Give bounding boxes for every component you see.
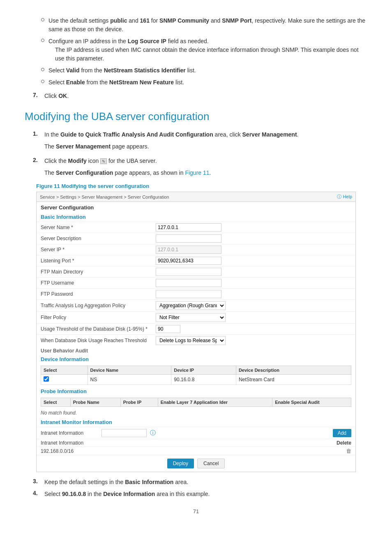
value-server-ip[interactable] bbox=[156, 246, 221, 254]
bullet-text-3: Select Valid from the NetStream Statisti… bbox=[48, 66, 196, 75]
bold-public: public bbox=[110, 17, 127, 24]
bold-ok: OK bbox=[58, 93, 67, 99]
label-db-threshold: When Database Disk Usage Reaches Thresho… bbox=[41, 338, 156, 343]
device-col-ip: Device IP bbox=[171, 366, 236, 375]
probe-col-name: Probe Name bbox=[70, 398, 120, 407]
bullet-item-1: Use the default settings public and 161 … bbox=[41, 16, 367, 34]
probe-col-select: Select bbox=[41, 398, 71, 407]
step-3-content: Keep the default settings in the Basic I… bbox=[44, 478, 188, 487]
bullet-subtext-2: The IP address is used when IMC cannot o… bbox=[55, 46, 367, 63]
form-row-usage-threshold: Usage Threshold of the Database Disk (1-… bbox=[37, 323, 355, 334]
server-config-box: Service > Settings > Server Management >… bbox=[36, 192, 356, 472]
label-listening-port: Listening Port * bbox=[41, 258, 156, 264]
add-button[interactable]: Add bbox=[333, 429, 351, 437]
intranet-input[interactable] bbox=[101, 429, 147, 437]
step-1-main: 1. In the Guide to Quick Traffic Analysi… bbox=[33, 130, 367, 139]
form-row-filter-policy: Filter Policy Not Filter bbox=[37, 311, 355, 323]
step-1-num: 1. bbox=[33, 130, 44, 137]
form-row-db-threshold: When Database Disk Usage Reaches Thresho… bbox=[37, 334, 355, 346]
bullet-text-4: Select Enable from the NetStream New Fea… bbox=[48, 78, 184, 87]
bold-snmp-port: SNMP Port bbox=[222, 17, 251, 24]
value-ftp-user[interactable] bbox=[156, 279, 221, 287]
value-server-desc[interactable] bbox=[156, 234, 221, 243]
step-3-num: 3. bbox=[33, 478, 44, 484]
input-ftp-user[interactable] bbox=[156, 279, 221, 287]
step-7-num: 7. bbox=[33, 92, 44, 98]
select-db-threshold[interactable]: Delete Logs to Release Space bbox=[156, 336, 226, 345]
device-table: Select Device Name Device IP Device Desc… bbox=[41, 366, 351, 385]
bold-netstream-new-feature: NetStream New Feature bbox=[109, 79, 174, 86]
scb-title: Server Configuration bbox=[37, 202, 355, 212]
step-1-content: In the Guide to Quick Traffic Analysis A… bbox=[44, 130, 298, 139]
probe-col-layer7: Enable Layer 7 Application Ider bbox=[158, 398, 272, 407]
bold-161: 161 bbox=[140, 17, 150, 24]
device-col-name: Device Name bbox=[88, 366, 171, 375]
modify-icon: ✎ bbox=[100, 158, 107, 164]
probe-table: Select Probe Name Probe IP Enable Layer … bbox=[41, 398, 351, 407]
intranet-input-label: Intranet Information bbox=[41, 430, 98, 436]
step-4-num: 4. bbox=[33, 490, 44, 496]
intranet-data-value: 192.168.0.0/16 bbox=[41, 448, 98, 454]
value-listening-port[interactable] bbox=[156, 257, 221, 265]
intranet-input-row: Intranet Information ⓘ Add bbox=[37, 427, 355, 439]
input-listening-port[interactable] bbox=[156, 257, 221, 265]
help-link[interactable]: ⓘ Help bbox=[337, 194, 352, 200]
value-filter-policy[interactable]: Not Filter bbox=[156, 313, 226, 322]
bullet-item-3: Select Valid from the NetStream Statisti… bbox=[41, 66, 367, 75]
input-usage-threshold[interactable] bbox=[156, 325, 180, 333]
form-row-ftp-pass: FTP Password bbox=[37, 288, 355, 299]
input-server-name[interactable] bbox=[156, 223, 221, 232]
figure-caption: Figure 11 Modifying the server configura… bbox=[36, 183, 367, 189]
value-ftp-pass[interactable] bbox=[156, 290, 221, 298]
bold-server-config: Server Configuration bbox=[56, 169, 113, 176]
device-table-row: NS 90.16.0.8 NetStream Card bbox=[41, 375, 351, 385]
value-traffic-policy[interactable]: Aggregation (Rough Granularit bbox=[156, 301, 226, 310]
value-ftp-dir[interactable] bbox=[156, 268, 221, 276]
intranet-monitor-label: Intranet Monitor Information bbox=[37, 417, 355, 427]
select-traffic-policy[interactable]: Aggregation (Rough Granularit bbox=[156, 301, 226, 310]
intranet-data-header: Intranet Information Delete bbox=[37, 439, 355, 447]
uba-label: User Behavior Audit bbox=[37, 346, 355, 355]
info-icon: ⓘ bbox=[150, 429, 156, 437]
bold-netstream-stats: NetStream Statistics Identifier bbox=[104, 67, 186, 74]
intranet-delete-header: Delete bbox=[337, 440, 351, 446]
cancel-button[interactable]: Cancel bbox=[197, 459, 225, 468]
page-number: 71 bbox=[25, 508, 367, 514]
bullet-list: Use the default settings public and 161 … bbox=[41, 16, 367, 87]
step-2-main: 2. Click the Modify icon ✎ for the UBA s… bbox=[33, 157, 367, 165]
value-usage-threshold[interactable] bbox=[156, 325, 180, 333]
label-server-ip: Server IP * bbox=[41, 247, 156, 253]
select-filter-policy[interactable]: Not Filter bbox=[156, 313, 226, 322]
device-info-label: Device Information bbox=[37, 355, 355, 364]
label-server-name: Server Name * bbox=[41, 225, 156, 230]
breadcrumb: Service > Settings > Server Management >… bbox=[40, 195, 169, 199]
bold-basic-info: Basic Information bbox=[125, 479, 173, 485]
value-db-threshold[interactable]: Delete Logs to Release Space bbox=[156, 336, 226, 345]
value-server-name[interactable] bbox=[156, 223, 221, 232]
figure-11-link[interactable]: Figure 11 bbox=[185, 169, 209, 176]
probe-col-ip: Probe IP bbox=[120, 398, 158, 407]
intranet-data-label-header: Intranet Information bbox=[41, 440, 98, 446]
step-2-sub: The Server Configuration page appears, a… bbox=[44, 169, 367, 177]
probe-col-special: Enable Special Audit bbox=[272, 398, 351, 407]
device-select-cell[interactable] bbox=[41, 375, 88, 385]
bold-log-source-ip: Log Source IP bbox=[128, 38, 166, 44]
deploy-button[interactable]: Deploy bbox=[167, 459, 194, 468]
help-label[interactable]: Help bbox=[343, 194, 352, 199]
form-row-ftp-user: FTP Username bbox=[37, 277, 355, 288]
device-desc-cell: NetStream Card bbox=[236, 375, 351, 385]
input-server-desc[interactable] bbox=[156, 234, 221, 243]
help-icon: ⓘ bbox=[337, 194, 341, 199]
basic-info-label: Basic Information bbox=[37, 212, 355, 222]
device-checkbox[interactable] bbox=[44, 376, 49, 382]
bold-snmp-community: SNMP Community bbox=[159, 17, 209, 24]
form-row-listening-port: Listening Port * bbox=[37, 255, 355, 266]
input-ftp-dir[interactable] bbox=[156, 268, 221, 276]
trash-icon[interactable]: 🗑 bbox=[346, 448, 351, 454]
form-row-ftp-dir: FTP Main Directory bbox=[37, 266, 355, 277]
device-name-cell: NS bbox=[88, 375, 171, 385]
bullet-text-2: Configure an IP address in the Log Sourc… bbox=[48, 37, 367, 63]
form-row-server-desc: Server Description bbox=[37, 233, 355, 244]
bullet-text-1: Use the default settings public and 161 … bbox=[48, 16, 367, 34]
input-ftp-pass[interactable] bbox=[156, 290, 221, 298]
